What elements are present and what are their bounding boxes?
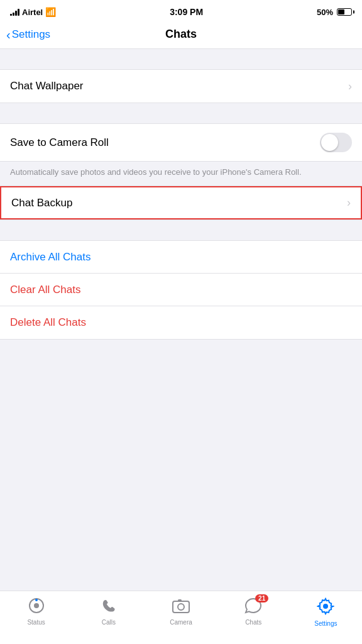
tab-chats[interactable]: 21 Chats	[217, 597, 290, 626]
svg-point-2	[35, 599, 38, 601]
tab-camera[interactable]: Camera	[145, 597, 217, 626]
back-label: Settings	[12, 28, 50, 41]
svg-point-4	[178, 604, 184, 610]
svg-rect-5	[178, 599, 182, 602]
toggle-knob	[321, 134, 338, 151]
chats-badge-container: 21	[244, 597, 262, 616]
tab-status[interactable]: Status	[0, 597, 72, 626]
save-camera-roll-label: Save to Camera Roll	[10, 136, 109, 149]
wifi-icon: 📶	[45, 7, 56, 17]
nav-bar: ‹ Settings Chats	[0, 23, 362, 49]
chat-wallpaper-row[interactable]: Chat Wallpaper ›	[0, 70, 362, 103]
calls-icon	[101, 597, 117, 616]
settings-icon	[317, 597, 334, 618]
clear-all-chats-label: Clear All Chats	[10, 284, 80, 296]
chat-wallpaper-section: Chat Wallpaper ›	[0, 69, 362, 103]
svg-rect-3	[173, 601, 189, 613]
battery-area: 50%	[317, 8, 352, 17]
carrier-label: Airtel	[22, 8, 43, 17]
save-camera-roll-row: Save to Camera Roll	[0, 124, 362, 161]
section-gap-1	[0, 49, 362, 69]
carrier-signal: Airtel 📶	[10, 7, 56, 17]
tab-settings-label: Settings	[314, 620, 337, 627]
tab-chats-label: Chats	[245, 619, 261, 626]
save-camera-roll-toggle[interactable]	[320, 133, 352, 152]
action-section: Archive All Chats Clear All Chats Delete…	[0, 240, 362, 340]
svg-point-1	[34, 603, 39, 608]
signal-icon	[10, 8, 19, 16]
section-gap-2	[0, 103, 362, 123]
clear-all-chats-row[interactable]: Clear All Chats	[0, 274, 362, 306]
battery-percent: 50%	[317, 8, 333, 17]
archive-all-chats-label: Archive All Chats	[10, 251, 91, 264]
chat-backup-label: Chat Backup	[11, 197, 72, 209]
back-button[interactable]: ‹ Settings	[6, 28, 50, 41]
section-gap-3	[0, 220, 362, 240]
chevron-left-icon: ‹	[6, 28, 11, 41]
chevron-right-icon-backup: ›	[347, 196, 351, 209]
delete-all-chats-label: Delete All Chats	[10, 316, 86, 329]
main-content: Chat Wallpaper › Save to Camera Roll Aut…	[0, 49, 362, 396]
archive-all-chats-row[interactable]: Archive All Chats	[0, 241, 362, 274]
delete-all-chats-row[interactable]: Delete All Chats	[0, 306, 362, 339]
chevron-right-icon: ›	[348, 80, 352, 93]
svg-point-6	[323, 604, 328, 609]
status-icon	[28, 597, 45, 616]
chats-badge: 21	[255, 594, 268, 602]
tab-calls[interactable]: Calls	[72, 597, 145, 626]
tab-camera-label: Camera	[170, 619, 192, 626]
save-camera-roll-section: Save to Camera Roll	[0, 123, 362, 162]
camera-icon	[172, 597, 190, 616]
status-time: 3:09 PM	[170, 7, 203, 17]
chat-backup-row[interactable]: Chat Backup ›	[0, 186, 362, 219]
chat-wallpaper-label: Chat Wallpaper	[10, 80, 84, 92]
save-camera-roll-description: Automatically save photos and videos you…	[0, 162, 362, 186]
tab-bar: Status Calls Camera 21	[0, 591, 362, 644]
status-bar: Airtel 📶 3:09 PM 50%	[0, 0, 362, 23]
page-title: Chats	[165, 28, 197, 41]
chat-backup-section: Chat Backup ›	[0, 186, 362, 220]
battery-icon	[337, 8, 352, 16]
tab-status-label: Status	[27, 619, 45, 626]
tab-calls-label: Calls	[102, 619, 116, 626]
tab-settings[interactable]: Settings	[290, 597, 362, 627]
